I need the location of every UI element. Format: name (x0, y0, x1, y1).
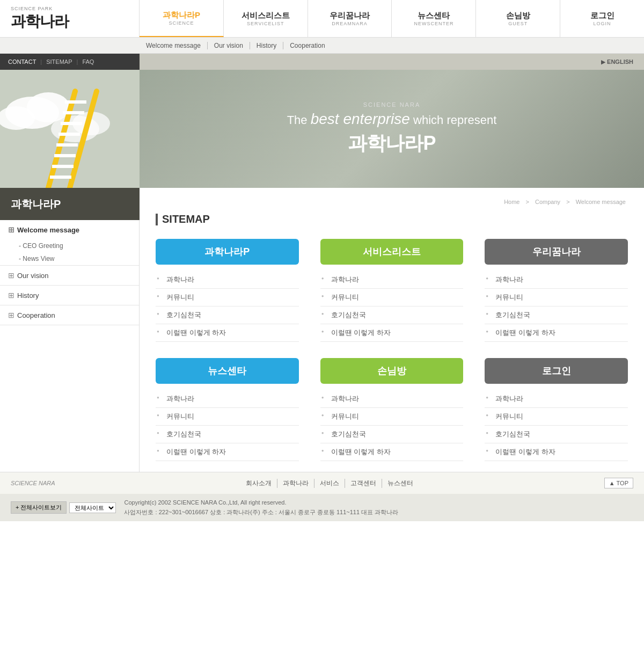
sidebar-menu-item[interactable]: ⊞ History (0, 286, 139, 305)
fullsite-button[interactable]: + 전체사이트보기 (11, 501, 67, 514)
sep2: | (77, 59, 78, 65)
footer-link[interactable]: 뉴스센터 (382, 479, 419, 488)
sitemap-item[interactable]: 호기심천국 (485, 306, 628, 324)
fullsite-select: + 전체사이트보기 전체사이트 (11, 501, 116, 514)
sitemap-item[interactable]: 이럴땐 이렇게 하자 (156, 443, 299, 461)
sitemap-item[interactable]: 커뮤니티 (485, 289, 628, 306)
utility-left: CONTACT | SITEMAP | FAQ (0, 54, 140, 70)
banner-sub: SCIENCE NARA (287, 101, 497, 108)
sitemap-btn[interactable]: 로그인 (485, 358, 628, 384)
sitemap-items-list: 과학나라커뮤니티호기심천국이럴땐 이렇게 하자 (320, 271, 464, 342)
sitemap-item[interactable]: 호기심천국 (156, 426, 299, 443)
sidebar-menu-item[interactable]: ⊞ Welcome message (0, 220, 139, 239)
sitemap-item[interactable]: 이럴땐 이렇게 하자 (156, 324, 299, 342)
contact-link[interactable]: CONTACT (8, 59, 36, 65)
sitemap-item[interactable]: 이럴땐 이렇게 하자 (485, 443, 628, 461)
subnav-welcome-message[interactable]: Welcome message (140, 42, 208, 49)
main-wrapper: 과학나라P ⊞ Welcome message CEO GreetingNews… (0, 188, 644, 472)
sitemap-column: 손님방 과학나라커뮤니티호기심천국이럴땐 이렇게 하자 (320, 358, 464, 461)
sitemap-column: 우리꿈나라 과학나라커뮤니티호기심천국이럴땐 이렇게 하자 (485, 239, 628, 342)
sitemap-item[interactable]: 과학나라 (320, 271, 464, 289)
nav-item-과학나라P[interactable]: 과학나라PSCIENCE (140, 0, 224, 37)
footer-link[interactable]: 서비스 (314, 479, 345, 488)
sitemap-item[interactable]: 이럴땐 이렇게 하자 (485, 324, 628, 342)
sidebar-group: ⊞ Welcome message CEO GreetingNews View (0, 220, 139, 266)
page-title: SITEMAP (156, 213, 628, 225)
footer-bottom: + 전체사이트보기 전체사이트 Copyright(c) 2002 SCIENC… (0, 494, 644, 521)
sitemap-grid: 과학나라P 과학나라커뮤니티호기심천국이럴땐 이렇게 하자서비스리스트 과학나라… (156, 239, 628, 461)
sitemap-item[interactable]: 커뮤니티 (156, 408, 299, 426)
banner-left (0, 70, 140, 188)
sitemap-item[interactable]: 커뮤니티 (320, 408, 464, 426)
sidebar-sub-item[interactable]: CEO Greeting (13, 239, 139, 252)
sitemap-item[interactable]: 커뮤니티 (156, 289, 299, 306)
footer-link[interactable]: 과학나라 (277, 479, 314, 488)
plus-icon: ⊞ (8, 291, 14, 300)
sitemap-column: 로그인 과학나라커뮤니티호기심천국이럴땐 이렇게 하자 (485, 358, 628, 461)
footer-links: 회사소개과학나라서비스고객센터뉴스센터 (240, 479, 419, 488)
banner-text-area: SCIENCE NARA The best enterprise which r… (287, 101, 497, 157)
sitemap-items-list: 과학나라커뮤니티호기심천국이럴땐 이렇게 하자 (320, 390, 464, 461)
sidebar-section-title: 과학나라P (0, 188, 140, 220)
breadcrumb-item[interactable]: Company (535, 199, 560, 205)
footer-link[interactable]: 회사소개 (240, 479, 277, 488)
fullsite-dropdown[interactable]: 전체사이트 (69, 502, 116, 513)
logo-area: SCIENCE PARK 과학나라 (0, 0, 140, 37)
sitemap-items-list: 과학나라커뮤니티호기심천국이럴땐 이렇게 하자 (485, 271, 628, 342)
arrow-right-icon: ▶ (601, 59, 605, 65)
sitemap-btn[interactable]: 뉴스센타 (156, 358, 299, 384)
banner-ko-title: 과학나라P (287, 130, 497, 157)
sitemap-item[interactable]: 과학나라 (156, 390, 299, 408)
sitemap-column: 뉴스센타 과학나라커뮤니티호기심천국이럴땐 이렇게 하자 (156, 358, 299, 461)
sitemap-item[interactable]: 이럴땐 이렇게 하자 (320, 443, 464, 461)
sidebar-sub-item[interactable]: News View (13, 252, 139, 265)
sitemap-link[interactable]: SITEMAP (46, 59, 72, 65)
sitemap-item[interactable]: 커뮤니티 (485, 408, 628, 426)
sitemap-item[interactable]: 이럴땐 이렇게 하자 (320, 324, 464, 342)
page-title-text: SITEMAP (162, 213, 210, 225)
sitemap-item[interactable]: 과학나라 (156, 271, 299, 289)
nav-item-우리꿈나라[interactable]: 우리꿈나라DREAMNARA (308, 0, 392, 37)
top-button[interactable]: ▲ TOP (604, 478, 633, 488)
sitemap-btn[interactable]: 우리꿈나라 (485, 239, 628, 265)
top-header: SCIENCE PARK 과학나라 과학나라PSCIENCE서비스리스트SERV… (0, 0, 644, 38)
nav-item-로그인[interactable]: 로그인LOGIN (560, 0, 644, 37)
content-area: Home > Company > Welcome message SITEMAP… (140, 188, 644, 472)
subnav-our-vision[interactable]: Our vision (208, 42, 250, 49)
breadcrumb-item[interactable]: Home (504, 199, 519, 205)
sidebar-menu-item[interactable]: ⊞ Cooperation (0, 305, 139, 325)
sitemap-item[interactable]: 과학나라 (485, 271, 628, 289)
footer-link[interactable]: 고객센터 (345, 479, 382, 488)
banner-right: SCIENCE NARA The best enterprise which r… (140, 70, 644, 188)
nav-item-손님방[interactable]: 손님방GUEST (476, 0, 560, 37)
sidebar-group: ⊞ Cooperation (0, 305, 139, 325)
sitemap-btn[interactable]: 손님방 (320, 358, 464, 384)
sitemap-item[interactable]: 호기심천국 (320, 306, 464, 324)
sitemap-item[interactable]: 과학나라 (320, 390, 464, 408)
sitemap-item[interactable]: 호기심천국 (320, 426, 464, 443)
copyright-area: Copyright(c) 2002 SCIENCE NARA Co.,Ltd, … (124, 498, 633, 517)
subnav-cooperation[interactable]: Cooperation (283, 42, 331, 49)
sub-nav: Welcome messageOur visionHistoryCooperat… (0, 38, 644, 54)
banner-main: The best enterprise which represent (287, 111, 497, 128)
sitemap-item[interactable]: 과학나라 (485, 390, 628, 408)
footer-brand: SCIENCE NARA (11, 480, 55, 486)
sitemap-item[interactable]: 호기심천국 (156, 306, 299, 324)
banner: SCIENCE NARA The best enterprise which r… (0, 70, 644, 188)
sitemap-item[interactable]: 호기심천국 (485, 426, 628, 443)
sidebar-group: ⊞ Our vision (0, 266, 139, 286)
sitemap-btn[interactable]: 과학나라P (156, 239, 299, 265)
sidebar-menu-item[interactable]: ⊞ Our vision (0, 266, 139, 285)
faq-link[interactable]: FAQ (82, 59, 94, 65)
nav-item-서비스리스트[interactable]: 서비스리스트SERVICELIST (224, 0, 308, 37)
subnav-history[interactable]: History (250, 42, 283, 49)
sidebar-group: ⊞ History (0, 286, 139, 305)
sitemap-btn[interactable]: 서비스리스트 (320, 239, 464, 265)
plus-icon: ⊞ (8, 311, 14, 319)
breadcrumb-item: Welcome message (576, 199, 626, 205)
plus-icon: ⊞ (8, 271, 14, 280)
sitemap-item[interactable]: 커뮤니티 (320, 289, 464, 306)
english-btn[interactable]: ENGLISH (607, 59, 633, 65)
nav-item-뉴스센타[interactable]: 뉴스센타NEWSCENTER (392, 0, 476, 37)
plus-icon: ⊞ (8, 225, 14, 234)
